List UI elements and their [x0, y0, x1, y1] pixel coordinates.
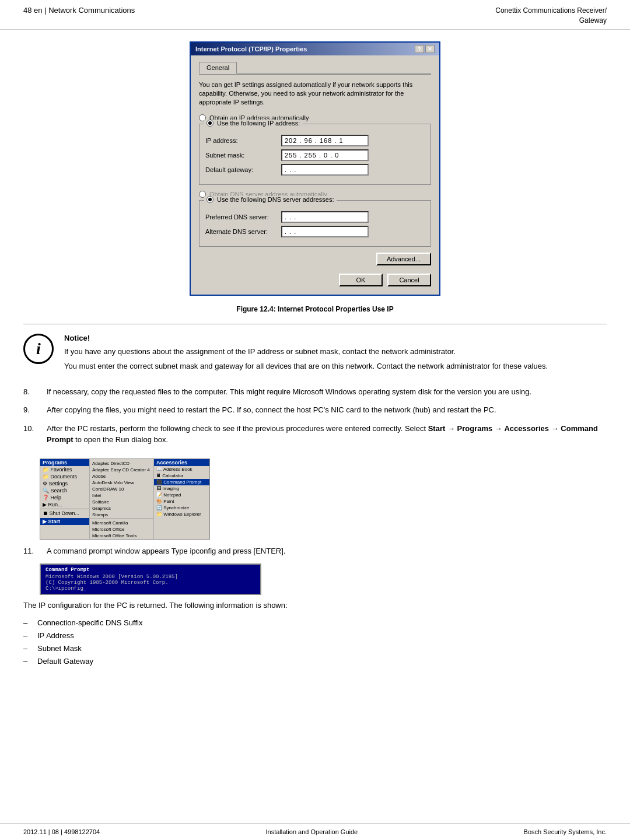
radio-manual-dns-circle[interactable] — [206, 196, 214, 203]
general-tab[interactable]: General — [199, 62, 237, 74]
bullet-dns-text: Connection-specific DNS Suffix — [37, 617, 142, 629]
bullet-item-subnet: – Subnet Mask — [23, 642, 607, 655]
dialog-titlebar: Internet Protocol (TCP/IP) Properties ? … — [191, 43, 439, 55]
preferred-dns-label: Preferred DNS server: — [205, 214, 281, 220]
preferred-dns-row: Preferred DNS server: — [205, 211, 425, 223]
subnet-mask-input[interactable] — [281, 149, 369, 161]
menu-address-book[interactable]: 📖 Address Book — [154, 466, 209, 473]
ip-address-row: IP address: — [205, 135, 425, 146]
page-number: 48 — [23, 6, 32, 15]
step-8: 8. If necessary, copy the requested file… — [23, 386, 607, 398]
dialog-container: Internet Protocol (TCP/IP) Properties ? … — [23, 41, 607, 296]
dns-fieldset-legend: Use the following DNS server addresses: — [204, 196, 337, 203]
notice-text1: If you have any questions about the assi… — [64, 346, 607, 358]
bullet-dash-3: – — [23, 642, 32, 655]
notice-content: Notice! If you have any questions about … — [64, 334, 607, 376]
menu-windows-explorer[interactable]: 📁 Windows Explorer — [154, 511, 209, 517]
command-prompt-screenshot: Command Prompt Microsoft Windows 2000 [V… — [40, 564, 261, 595]
menu-run[interactable]: ▶ Run... — [40, 501, 89, 508]
accessories-col-header: Accessories — [154, 459, 209, 466]
subnet-mask-row: Subnet mask: — [205, 149, 425, 161]
bullet-subnet-text: Subnet Mask — [37, 642, 82, 655]
bullet-dash: – — [23, 617, 32, 629]
menu-notepad[interactable]: 📝 Notepad — [154, 492, 209, 498]
footer-center: Installation and Operation Guide — [265, 828, 358, 835]
menu-ms-camilla[interactable]: Microsoft Camilla — [90, 520, 153, 526]
menu-autodesk[interactable]: AutoDesk Volo View — [90, 480, 153, 486]
dialog-description: You can get IP settings assigned automat… — [199, 80, 431, 107]
bullet-item-ip: – IP Address — [23, 629, 607, 642]
menu-stamps[interactable]: Stamps — [90, 512, 153, 518]
subnet-mask-label: Subnet mask: — [205, 152, 281, 159]
preferred-dns-input[interactable] — [281, 211, 369, 223]
advanced-button-area: Advanced... — [199, 253, 431, 265]
close-button[interactable]: ✕ — [425, 45, 435, 53]
bullet-item-gateway: – Default Gateway — [23, 655, 607, 668]
step-9: 9. After copying the files, you might ne… — [23, 404, 607, 416]
menu-help[interactable]: ❓ Help — [40, 494, 89, 501]
bullet-gateway-text: Default Gateway — [37, 655, 93, 668]
tcp-ip-dialog[interactable]: Internet Protocol (TCP/IP) Properties ? … — [190, 41, 440, 296]
cmd-line4: C:\>ipconfig_ — [46, 586, 256, 592]
advanced-button[interactable]: Advanced... — [376, 253, 431, 265]
step-11-list: 11. A command prompt window appears Type… — [23, 545, 607, 557]
header-lang-section: en | Network Communications — [34, 6, 135, 15]
bullet-dash-4: – — [23, 655, 32, 668]
menu-search[interactable]: 🔍 Search — [40, 487, 89, 494]
step-11-num: 11. — [23, 545, 40, 557]
ip-address-input[interactable] — [281, 135, 369, 146]
cancel-button[interactable]: Cancel — [387, 274, 431, 286]
menu-adaptec-easy[interactable]: Adaptec Easy CD Creator 4 — [90, 467, 153, 473]
menu-solitaire[interactable]: Solitaire — [90, 499, 153, 505]
menu-documents[interactable]: 📁 Documents — [40, 473, 89, 480]
step-10-num: 10. — [23, 423, 40, 446]
menu-graphics[interactable]: Graphics — [90, 505, 153, 512]
menu-shutdown[interactable]: ⏹ Shut Down... — [40, 510, 89, 517]
menu-ms-office[interactable]: Microsoft Office — [90, 526, 153, 533]
dns-fieldset: Use the following DNS server addresses: … — [199, 200, 431, 247]
step-9-text: After copying the files, you might need … — [47, 404, 607, 416]
menu-intel[interactable]: Intel — [90, 492, 153, 499]
ok-button[interactable]: OK — [339, 274, 383, 286]
page-header: 48 en | Network Communications Conettix … — [0, 0, 630, 30]
menu-ms-office-tools[interactable]: Microsoft Office Tools — [90, 533, 153, 539]
info-icon: i — [23, 334, 54, 364]
bullet-list: – Connection-specific DNS Suffix – IP Ad… — [23, 617, 607, 668]
page-footer: 2012.11 | 08 | 4998122704 Installation a… — [0, 823, 630, 840]
step-9-num: 9. — [23, 404, 40, 416]
menu-adobe[interactable]: Adobe — [90, 473, 153, 480]
ip-address-fieldset: Use the following IP address: IP address… — [199, 124, 431, 185]
notice-box: i Notice! If you have any questions abou… — [23, 334, 607, 376]
menu-imaging[interactable]: 🖼 Imaging — [154, 485, 209, 492]
radio-manual-ip-circle[interactable] — [206, 120, 214, 127]
help-button[interactable]: ? — [415, 45, 424, 53]
start-btn[interactable]: ▶ Start — [40, 518, 89, 525]
bullet-item-dns: – Connection-specific DNS Suffix — [23, 617, 607, 629]
alternate-dns-row: Alternate DNS server: — [205, 226, 425, 237]
radio-manual-dns-label: Use the following DNS server addresses: — [217, 196, 334, 203]
menu-calculator[interactable]: 🖩 Calculator — [154, 473, 209, 479]
cmd-titlebar: Command Prompt — [46, 567, 256, 573]
step-10-text: After the PC restarts, perform the follo… — [47, 423, 607, 446]
gateway-input[interactable] — [281, 164, 369, 176]
step-11-text: A command prompt window appears Type ipc… — [47, 545, 607, 557]
bullet-ip-text: IP Address — [37, 629, 74, 642]
menu-favorites[interactable]: 📁 Favorites — [40, 466, 89, 473]
menu-settings[interactable]: ⚙ Settings — [40, 480, 89, 487]
gateway-label: Default gateway: — [205, 166, 281, 173]
alternate-dns-input[interactable] — [281, 226, 369, 237]
step-11: 11. A command prompt window appears Type… — [23, 545, 607, 557]
menu-paint[interactable]: 🎨 Paint — [154, 498, 209, 505]
menu-adaptec-cd[interactable]: Adaptec DirectCD — [90, 460, 153, 467]
footer-left: 2012.11 | 08 | 4998122704 — [23, 828, 100, 835]
menu-divider — [40, 509, 89, 509]
menu-coreldraw[interactable]: CorelDRAW 10 — [90, 486, 153, 492]
bullet-dash-2: – — [23, 629, 32, 642]
cmd-line2: (C) Copyright 1985-2000 Microsoft Corp. — [46, 580, 256, 586]
menu-divider2 — [90, 519, 153, 519]
figure-caption: Figure 12.4: Internet Protocol Propertie… — [23, 305, 607, 313]
gateway-row: Default gateway: — [205, 164, 425, 176]
menu-synchronize[interactable]: 🔄 Synchronize — [154, 505, 209, 511]
step-8-text: If necessary, copy the requested files t… — [47, 386, 607, 398]
menu-command-prompt[interactable]: ⬛ Command Prompt — [154, 479, 209, 485]
